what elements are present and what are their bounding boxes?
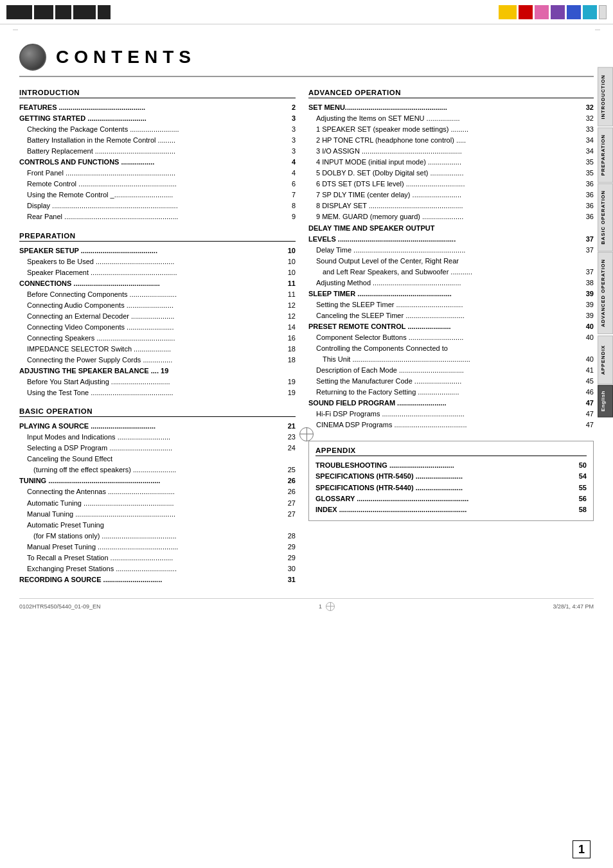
toc-label: DELAY TIME AND SPEAKER OUTPUT bbox=[308, 223, 434, 234]
page-content: CONTENTS INTRODUCTION FEATURES .........… bbox=[0, 34, 613, 627]
advanced-operation-heading: ADVANCED OPERATION bbox=[308, 89, 594, 98]
toc-row-delay-time: DELAY TIME AND SPEAKER OUTPUT bbox=[308, 223, 594, 234]
toc-row-canceling-sleep: Canceling the SLEEP Timer ..............… bbox=[308, 310, 594, 321]
toc-label: Setting the SLEEP Timer ................… bbox=[316, 299, 463, 310]
toc-page: 3 bbox=[292, 124, 296, 135]
toc-page: 36 bbox=[586, 179, 594, 190]
toc-label: Speaker Placement ......................… bbox=[27, 267, 177, 278]
toc-row-glossary: GLOSSARY ...............................… bbox=[315, 493, 587, 504]
toc-page: 30 bbox=[288, 563, 296, 574]
toc-page: 12 bbox=[288, 311, 296, 322]
toc-page: 11 bbox=[288, 289, 296, 300]
toc-row-battery-install: Battery Installation in the Remote Contr… bbox=[19, 135, 296, 146]
toc-label: Connecting an External Decoder .........… bbox=[27, 311, 174, 322]
toc-label: 6 DTS SET (DTS LFE level) ..............… bbox=[316, 179, 465, 190]
toc-row-manual-tuning: Manual Tuning ..........................… bbox=[19, 509, 296, 520]
top-bar-right-blocks bbox=[499, 5, 607, 19]
toc-page: 40 bbox=[586, 332, 594, 343]
toc-page: 18 bbox=[288, 355, 296, 366]
toc-page: 9 bbox=[292, 211, 296, 222]
margin-marks: —— bbox=[0, 24, 613, 34]
toc-row-auto-tuning: Automatic Tuning .......................… bbox=[19, 498, 296, 509]
left-column: INTRODUCTION FEATURES ..................… bbox=[19, 89, 296, 585]
appendix-section: APPENDIX TROUBLESHOOTING ...............… bbox=[308, 441, 594, 520]
sidebar-tab-appendix[interactable]: APPENDIX bbox=[598, 335, 613, 384]
toc-label: PRESET REMOTE CONTROL ..................… bbox=[308, 321, 451, 332]
toc-page: 39 bbox=[586, 299, 594, 310]
toc-page: 34 bbox=[586, 135, 594, 146]
toc-row-features: FEATURES ...............................… bbox=[19, 102, 296, 113]
toc-label: Controlling the Components Connected to bbox=[316, 343, 448, 354]
toc-page: 47 bbox=[586, 420, 594, 430]
toc-label: PLAYING A SOURCE .......................… bbox=[19, 421, 155, 432]
toc-label: CONNECTIONS ............................… bbox=[19, 278, 160, 289]
toc-page: 8 bbox=[292, 200, 296, 211]
toc-row-component-selector: Component Selector Buttons .............… bbox=[308, 332, 594, 343]
toc-page: 16 bbox=[288, 333, 296, 344]
toc-page: 12 bbox=[288, 300, 296, 311]
introduction-heading: INTRODUCTION bbox=[19, 89, 296, 98]
toc-row-fm-only: (for FM stations only) .................… bbox=[19, 531, 296, 542]
sidebar-tab-basic-operation[interactable]: BASIC OPERATION bbox=[598, 183, 613, 251]
disc-icon bbox=[19, 44, 46, 71]
toc-page: 37 bbox=[586, 267, 594, 278]
toc-label: GLOSSARY ...............................… bbox=[315, 493, 468, 504]
bar-block-2 bbox=[34, 5, 53, 19]
toc-page: 10 bbox=[288, 267, 296, 278]
preparation-entries: SPEAKER SETUP ..........................… bbox=[19, 245, 296, 399]
sidebar-tab-advanced-operation[interactable]: ADVANCED OPERATION bbox=[598, 252, 613, 334]
toc-label: SPECIFICATIONS (HTR-5450) ..............… bbox=[315, 471, 463, 482]
bar-block-3 bbox=[55, 5, 71, 19]
toc-row-speaker-set: 1 SPEAKER SET (speaker mode settings) ..… bbox=[308, 124, 594, 135]
toc-label: TROUBLESHOOTING ........................… bbox=[315, 460, 454, 471]
toc-label: Remote Control .........................… bbox=[27, 179, 177, 190]
page-number: 1 bbox=[573, 840, 591, 858]
toc-row-io-assign: 3 I/O ASSIGN ...........................… bbox=[308, 146, 594, 157]
toc-row-index: INDEX ..................................… bbox=[315, 504, 587, 515]
toc-label: Speakers to Be Used ....................… bbox=[27, 256, 174, 267]
toc-label: This Unit ..............................… bbox=[323, 354, 470, 365]
toc-page: 34 bbox=[586, 146, 594, 157]
toc-label: Connecting Video Components ............… bbox=[27, 322, 173, 333]
toc-page: 54 bbox=[579, 471, 587, 482]
toc-page: 36 bbox=[586, 211, 594, 222]
toc-page: 7 bbox=[292, 190, 296, 200]
toc-page: 39 bbox=[586, 310, 594, 321]
top-decorative-bar bbox=[0, 0, 613, 24]
toc-label: (for FM stations only) .................… bbox=[33, 531, 177, 542]
advanced-operation-entries: SET MENU................................… bbox=[308, 102, 594, 430]
toc-row-input-modes: Input Modes and Indications ............… bbox=[19, 432, 296, 443]
toc-row-controlling-components: Controlling the Components Connected to bbox=[308, 343, 594, 354]
toc-page: 47 bbox=[586, 409, 594, 420]
toc-label: Before Connecting Components ...........… bbox=[27, 289, 177, 300]
sidebar-tab-preparation[interactable]: PREPARATION bbox=[598, 127, 613, 182]
toc-page: 40 bbox=[586, 321, 594, 332]
color-block-pink bbox=[535, 5, 549, 19]
toc-page: 19 bbox=[288, 387, 296, 398]
toc-row-troubleshooting: TROUBLESHOOTING ........................… bbox=[315, 460, 587, 471]
toc-page: 10 bbox=[288, 256, 296, 267]
sidebar-tab-english[interactable]: English bbox=[598, 385, 613, 417]
toc-row-battery-replace: Battery Replacement ....................… bbox=[19, 146, 296, 157]
toc-row-selecting-dsp: Selecting a DSP Program ................… bbox=[19, 443, 296, 454]
toc-page: 6 bbox=[292, 179, 296, 190]
toc-row-test-tone: Using the Test Tone ....................… bbox=[19, 387, 296, 398]
toc-row-sleep-timer: SLEEP TIMER ............................… bbox=[308, 288, 594, 299]
appendix-entries: TROUBLESHOOTING ........................… bbox=[315, 460, 587, 515]
toc-row-manufacturer-code: Setting the Manufacturer Code ..........… bbox=[308, 376, 594, 387]
toc-label: Using the Remote Control _..............… bbox=[27, 190, 173, 200]
toc-label: FEATURES ...............................… bbox=[19, 102, 145, 113]
toc-label: SPEAKER SETUP ..........................… bbox=[19, 245, 157, 256]
toc-row-turning-off: (turning off the effect speakers) ......… bbox=[19, 465, 296, 475]
page-footer: 0102HTR5450/5440_01-09_EN 1 3/28/1, 4:47… bbox=[19, 598, 594, 614]
toc-row-display: Display ................................… bbox=[19, 200, 296, 211]
sidebar-tab-introduction[interactable]: INTRODUCTION bbox=[598, 67, 613, 127]
toc-label: GETTING STARTED ........................… bbox=[19, 113, 147, 124]
sidebar-tabs: INTRODUCTION PREPARATION BASIC OPERATION… bbox=[598, 67, 613, 418]
footer-crosshair bbox=[326, 602, 335, 611]
toc-label: Adjusting the Items on SET MENU ........… bbox=[316, 113, 460, 124]
toc-label: Sound Output Level of the Center, Right … bbox=[316, 256, 459, 267]
toc-row-spec-5450: SPECIFICATIONS (HTR-5450) ..............… bbox=[315, 471, 587, 482]
toc-row-getting-started: GETTING STARTED ........................… bbox=[19, 113, 296, 124]
toc-page: 41 bbox=[586, 365, 594, 376]
